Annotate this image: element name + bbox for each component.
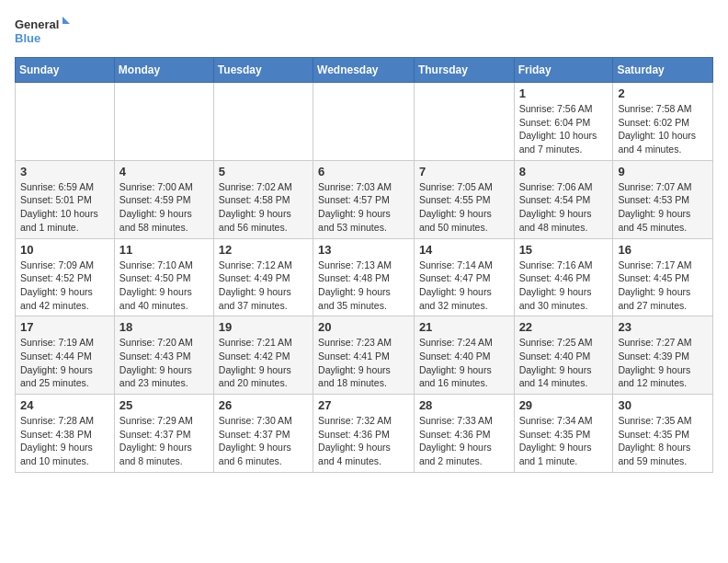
day-number: 3 [20, 165, 109, 178]
calendar-cell: 21Sunrise: 7:24 AM Sunset: 4:40 PM Dayli… [414, 316, 514, 395]
logo: GeneralBlue [15, 15, 70, 48]
calendar-cell: 19Sunrise: 7:21 AM Sunset: 4:42 PM Dayli… [213, 316, 313, 395]
day-info: Sunrise: 7:02 AM Sunset: 4:58 PM Dayligh… [219, 180, 308, 235]
day-header-wednesday: Wednesday [313, 58, 415, 83]
calendar-cell [213, 83, 313, 161]
day-number: 30 [618, 398, 708, 412]
day-number: 2 [618, 86, 708, 100]
day-number: 19 [219, 320, 308, 334]
day-info: Sunrise: 7:05 AM Sunset: 4:55 PM Dayligh… [419, 180, 509, 235]
calendar-cell: 12Sunrise: 7:12 AM Sunset: 4:49 PM Dayli… [213, 238, 313, 316]
day-info: Sunrise: 7:12 AM Sunset: 4:49 PM Dayligh… [219, 259, 308, 313]
day-number: 28 [419, 398, 509, 412]
day-number: 1 [519, 86, 609, 100]
calendar-cell: 10Sunrise: 7:09 AM Sunset: 4:52 PM Dayli… [16, 238, 115, 316]
day-number: 13 [318, 243, 409, 257]
day-info: Sunrise: 7:07 AM Sunset: 4:53 PM Dayligh… [618, 180, 708, 235]
day-number: 16 [618, 243, 708, 257]
day-number: 11 [119, 243, 209, 257]
day-number: 7 [419, 165, 509, 178]
day-info: Sunrise: 7:20 AM Sunset: 4:43 PM Dayligh… [119, 336, 209, 390]
calendar-cell: 1Sunrise: 7:56 AM Sunset: 6:04 PM Daylig… [514, 83, 613, 161]
calendar-cell: 24Sunrise: 7:28 AM Sunset: 4:38 PM Dayli… [16, 395, 115, 473]
day-info: Sunrise: 7:00 AM Sunset: 4:59 PM Dayligh… [119, 180, 209, 235]
day-info: Sunrise: 7:32 AM Sunset: 4:36 PM Dayligh… [318, 414, 409, 468]
day-header-tuesday: Tuesday [213, 58, 313, 83]
day-info: Sunrise: 7:35 AM Sunset: 4:35 PM Dayligh… [618, 414, 708, 468]
day-info: Sunrise: 7:56 AM Sunset: 6:04 PM Dayligh… [519, 102, 609, 156]
calendar-cell: 5Sunrise: 7:02 AM Sunset: 4:58 PM Daylig… [213, 160, 313, 238]
day-number: 18 [119, 320, 209, 334]
calendar-cell: 20Sunrise: 7:23 AM Sunset: 4:41 PM Dayli… [313, 316, 415, 395]
day-number: 22 [519, 320, 609, 334]
day-info: Sunrise: 7:25 AM Sunset: 4:40 PM Dayligh… [519, 336, 609, 390]
calendar-cell [114, 83, 213, 161]
day-info: Sunrise: 7:21 AM Sunset: 4:42 PM Dayligh… [219, 336, 308, 390]
calendar-cell: 22Sunrise: 7:25 AM Sunset: 4:40 PM Dayli… [514, 316, 613, 395]
week-row-2: 3Sunrise: 6:59 AM Sunset: 5:01 PM Daylig… [16, 160, 713, 238]
day-number: 12 [219, 243, 308, 257]
svg-text:General: General [15, 17, 59, 31]
day-info: Sunrise: 7:30 AM Sunset: 4:37 PM Dayligh… [219, 414, 308, 468]
calendar-cell: 25Sunrise: 7:29 AM Sunset: 4:37 PM Dayli… [114, 395, 213, 473]
day-info: Sunrise: 7:33 AM Sunset: 4:36 PM Dayligh… [419, 414, 509, 468]
day-number: 29 [519, 398, 609, 412]
calendar-cell: 17Sunrise: 7:19 AM Sunset: 4:44 PM Dayli… [16, 316, 115, 395]
day-info: Sunrise: 7:16 AM Sunset: 4:46 PM Dayligh… [519, 259, 609, 313]
week-row-3: 10Sunrise: 7:09 AM Sunset: 4:52 PM Dayli… [16, 238, 713, 316]
day-number: 5 [219, 165, 308, 178]
day-info: Sunrise: 7:10 AM Sunset: 4:50 PM Dayligh… [119, 259, 209, 313]
calendar-cell: 23Sunrise: 7:27 AM Sunset: 4:39 PM Dayli… [613, 316, 713, 395]
page-header: GeneralBlue [15, 15, 713, 48]
calendar-cell: 30Sunrise: 7:35 AM Sunset: 4:35 PM Dayli… [613, 395, 713, 473]
calendar-cell: 11Sunrise: 7:10 AM Sunset: 4:50 PM Dayli… [114, 238, 213, 316]
calendar-cell: 6Sunrise: 7:03 AM Sunset: 4:57 PM Daylig… [313, 160, 415, 238]
svg-text:Blue: Blue [15, 31, 40, 45]
logo-svg: GeneralBlue [15, 15, 70, 48]
day-info: Sunrise: 7:13 AM Sunset: 4:48 PM Dayligh… [318, 259, 409, 313]
day-header-thursday: Thursday [414, 58, 514, 83]
day-number: 4 [119, 165, 209, 178]
calendar-cell [414, 83, 514, 161]
day-number: 26 [219, 398, 308, 412]
day-header-monday: Monday [114, 58, 213, 83]
day-number: 27 [318, 398, 409, 412]
calendar-cell: 8Sunrise: 7:06 AM Sunset: 4:54 PM Daylig… [514, 160, 613, 238]
day-header-saturday: Saturday [613, 58, 713, 83]
calendar-table: SundayMondayTuesdayWednesdayThursdayFrid… [15, 57, 713, 473]
calendar-cell [16, 83, 115, 161]
day-info: Sunrise: 7:27 AM Sunset: 4:39 PM Dayligh… [618, 336, 708, 390]
day-info: Sunrise: 7:24 AM Sunset: 4:40 PM Dayligh… [419, 336, 509, 390]
day-number: 6 [318, 165, 409, 178]
week-row-5: 24Sunrise: 7:28 AM Sunset: 4:38 PM Dayli… [16, 395, 713, 473]
day-info: Sunrise: 7:23 AM Sunset: 4:41 PM Dayligh… [318, 336, 409, 390]
day-info: Sunrise: 7:14 AM Sunset: 4:47 PM Dayligh… [419, 259, 509, 313]
week-row-1: 1Sunrise: 7:56 AM Sunset: 6:04 PM Daylig… [16, 83, 713, 161]
day-info: Sunrise: 7:58 AM Sunset: 6:02 PM Dayligh… [618, 102, 708, 156]
day-info: Sunrise: 7:29 AM Sunset: 4:37 PM Dayligh… [119, 414, 209, 468]
calendar-cell: 14Sunrise: 7:14 AM Sunset: 4:47 PM Dayli… [414, 238, 514, 316]
day-number: 8 [519, 165, 609, 178]
day-number: 25 [119, 398, 209, 412]
day-number: 21 [419, 320, 509, 334]
calendar-cell: 28Sunrise: 7:33 AM Sunset: 4:36 PM Dayli… [414, 395, 514, 473]
calendar-cell: 9Sunrise: 7:07 AM Sunset: 4:53 PM Daylig… [613, 160, 713, 238]
day-info: Sunrise: 7:34 AM Sunset: 4:35 PM Dayligh… [519, 414, 609, 468]
day-header-sunday: Sunday [16, 58, 115, 83]
svg-marker-2 [63, 17, 70, 24]
calendar-cell: 15Sunrise: 7:16 AM Sunset: 4:46 PM Dayli… [514, 238, 613, 316]
day-number: 14 [419, 243, 509, 257]
week-row-4: 17Sunrise: 7:19 AM Sunset: 4:44 PM Dayli… [16, 316, 713, 395]
calendar-cell: 4Sunrise: 7:00 AM Sunset: 4:59 PM Daylig… [114, 160, 213, 238]
day-number: 23 [618, 320, 708, 334]
day-number: 24 [20, 398, 109, 412]
calendar-header: SundayMondayTuesdayWednesdayThursdayFrid… [16, 58, 713, 83]
calendar-body: 1Sunrise: 7:56 AM Sunset: 6:04 PM Daylig… [16, 83, 713, 473]
calendar-cell [313, 83, 415, 161]
day-info: Sunrise: 7:09 AM Sunset: 4:52 PM Dayligh… [20, 259, 109, 313]
calendar-cell: 29Sunrise: 7:34 AM Sunset: 4:35 PM Dayli… [514, 395, 613, 473]
day-info: Sunrise: 6:59 AM Sunset: 5:01 PM Dayligh… [20, 180, 109, 235]
calendar-cell: 27Sunrise: 7:32 AM Sunset: 4:36 PM Dayli… [313, 395, 415, 473]
calendar-cell: 26Sunrise: 7:30 AM Sunset: 4:37 PM Dayli… [213, 395, 313, 473]
calendar-cell: 7Sunrise: 7:05 AM Sunset: 4:55 PM Daylig… [414, 160, 514, 238]
